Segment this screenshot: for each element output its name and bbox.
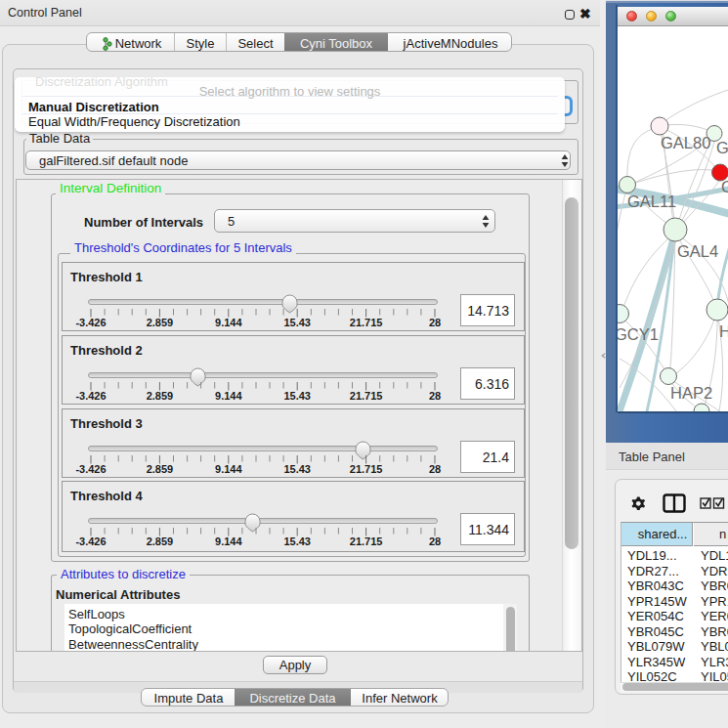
svg-text:GCY1: GCY1 <box>618 325 659 343</box>
svg-text:GAL11: GAL11 <box>627 193 676 210</box>
svg-text:GAL80: GAL80 <box>661 134 710 151</box>
svg-text:C: C <box>721 178 728 195</box>
svg-text:H: H <box>719 322 728 340</box>
svg-text:GAL4: GAL4 <box>677 242 718 260</box>
svg-text:HAP2: HAP2 <box>670 384 712 402</box>
svg-text:GA: GA <box>716 139 728 156</box>
